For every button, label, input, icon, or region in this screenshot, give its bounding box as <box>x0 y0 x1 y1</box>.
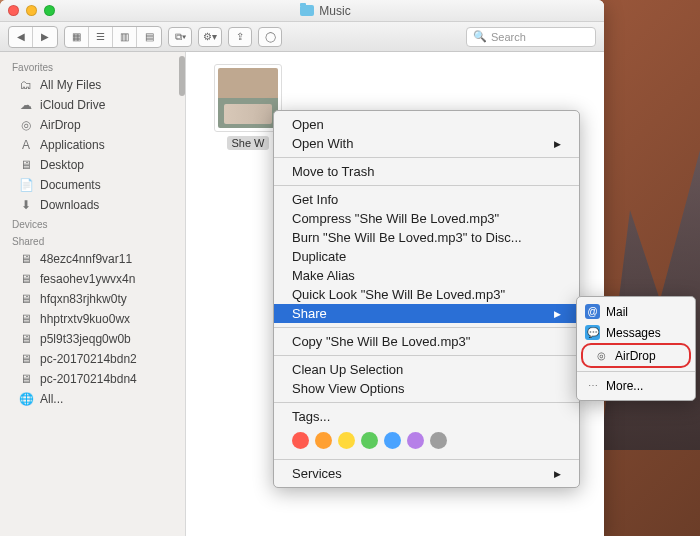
column-view-button[interactable]: ▥ <box>113 27 137 47</box>
menu-separator <box>577 371 695 372</box>
menu-label: Clean Up Selection <box>292 362 403 377</box>
messages-icon: 💬 <box>585 325 600 340</box>
menu-burn[interactable]: Burn "She Will Be Loved.mp3" to Disc... <box>274 228 579 247</box>
computer-icon: 🖥 <box>18 312 34 326</box>
menu-separator <box>274 355 579 356</box>
sidebar-item-icloud[interactable]: ☁iCloud Drive <box>0 95 185 115</box>
tags-button[interactable]: ◯ <box>258 27 282 47</box>
highlight-annotation: ◎AirDrop <box>581 343 691 368</box>
sidebar-item-shared[interactable]: 🖥hhptrxtv9kuo0wx <box>0 309 185 329</box>
menu-separator <box>274 185 579 186</box>
menu-make-alias[interactable]: Make Alias <box>274 266 579 285</box>
menu-label: Duplicate <box>292 249 346 264</box>
share-messages[interactable]: 💬Messages <box>577 322 695 343</box>
menu-duplicate[interactable]: Duplicate <box>274 247 579 266</box>
menu-open[interactable]: Open <box>274 115 579 134</box>
menu-show-view-options[interactable]: Show View Options <box>274 379 579 398</box>
menu-open-with[interactable]: Open With▶ <box>274 134 579 153</box>
sidebar-item-label: pc-20170214bdn4 <box>40 372 137 386</box>
sidebar-item-label: pc-20170214bdn2 <box>40 352 137 366</box>
icon-view-button[interactable]: ▦ <box>65 27 89 47</box>
menu-label: Mail <box>606 305 628 319</box>
tag-color-dot[interactable] <box>292 432 309 449</box>
forward-button[interactable]: ▶ <box>33 27 57 47</box>
sidebar-item-applications[interactable]: AApplications <box>0 135 185 155</box>
menu-get-info[interactable]: Get Info <box>274 190 579 209</box>
menu-separator <box>274 157 579 158</box>
tag-color-dot[interactable] <box>315 432 332 449</box>
documents-icon: 📄 <box>18 178 34 192</box>
computer-icon: 🖥 <box>18 252 34 266</box>
minimize-button[interactable] <box>26 5 37 16</box>
sidebar-item-shared[interactable]: 🖥hfqxn83rjhkw0ty <box>0 289 185 309</box>
tag-color-dot[interactable] <box>338 432 355 449</box>
titlebar: Music <box>0 0 604 22</box>
tag-color-dot[interactable] <box>384 432 401 449</box>
sidebar-item-all-my-files[interactable]: 🗂All My Files <box>0 75 185 95</box>
tag-color-dot[interactable] <box>361 432 378 449</box>
menu-clean-up[interactable]: Clean Up Selection <box>274 360 579 379</box>
menu-label: More... <box>606 379 643 393</box>
airdrop-icon: ◎ <box>18 118 34 132</box>
menu-move-to-trash[interactable]: Move to Trash <box>274 162 579 181</box>
sidebar: Favorites 🗂All My Files ☁iCloud Drive ◎A… <box>0 52 186 536</box>
search-input[interactable]: 🔍 Search <box>466 27 596 47</box>
arrange-button[interactable]: ⧉▾ <box>168 27 192 47</box>
menu-label: Make Alias <box>292 268 355 283</box>
menu-label: Messages <box>606 326 661 340</box>
window-title: Music <box>319 4 350 18</box>
share-mail[interactable]: @Mail <box>577 301 695 322</box>
back-button[interactable]: ◀ <box>9 27 33 47</box>
share-button[interactable]: ⇪ <box>228 27 252 47</box>
share-airdrop[interactable]: ◎AirDrop <box>586 345 686 366</box>
search-icon: 🔍 <box>473 30 487 43</box>
coverflow-view-button[interactable]: ▤ <box>137 27 161 47</box>
computer-icon: 🖥 <box>18 352 34 366</box>
sidebar-item-label: p5l9t33jeqg0w0b <box>40 332 131 346</box>
menu-quick-look[interactable]: Quick Look "She Will Be Loved.mp3" <box>274 285 579 304</box>
menu-label: Get Info <box>292 192 338 207</box>
menu-label: Burn "She Will Be Loved.mp3" to Disc... <box>292 230 522 245</box>
scrollbar-thumb[interactable] <box>179 56 185 96</box>
sidebar-item-all[interactable]: 🌐All... <box>0 389 185 409</box>
favorites-header: Favorites <box>0 58 185 75</box>
context-menu: Open Open With▶ Move to Trash Get Info C… <box>273 110 580 488</box>
file-label: She W <box>227 136 268 150</box>
menu-share[interactable]: Share▶ <box>274 304 579 323</box>
view-buttons: ▦ ☰ ▥ ▤ <box>64 26 162 48</box>
list-view-button[interactable]: ☰ <box>89 27 113 47</box>
menu-compress[interactable]: Compress "She Will Be Loved.mp3" <box>274 209 579 228</box>
menu-copy[interactable]: Copy "She Will Be Loved.mp3" <box>274 332 579 351</box>
sidebar-item-label: hfqxn83rjhkw0ty <box>40 292 127 306</box>
menu-separator <box>274 402 579 403</box>
action-button[interactable]: ⚙▾ <box>198 27 222 47</box>
tag-color-dot[interactable] <box>407 432 424 449</box>
sidebar-item-label: Applications <box>40 138 105 152</box>
tag-color-dot[interactable] <box>430 432 447 449</box>
menu-label: Share <box>292 306 327 321</box>
applications-icon: A <box>18 138 34 152</box>
menu-services[interactable]: Services▶ <box>274 464 579 483</box>
sidebar-item-downloads[interactable]: ⬇Downloads <box>0 195 185 215</box>
sidebar-item-shared[interactable]: 🖥p5l9t33jeqg0w0b <box>0 329 185 349</box>
close-button[interactable] <box>8 5 19 16</box>
tag-colors <box>274 426 579 455</box>
nav-buttons: ◀ ▶ <box>8 26 58 48</box>
sidebar-item-airdrop[interactable]: ◎AirDrop <box>0 115 185 135</box>
search-placeholder: Search <box>491 31 526 43</box>
sidebar-item-label: All... <box>40 392 63 406</box>
sidebar-item-documents[interactable]: 📄Documents <box>0 175 185 195</box>
file-thumbnail <box>214 64 282 132</box>
menu-label: Copy "She Will Be Loved.mp3" <box>292 334 470 349</box>
sidebar-item-shared[interactable]: 🖥48ezc4nnf9var11 <box>0 249 185 269</box>
menu-tags[interactable]: Tags... <box>274 407 579 426</box>
sidebar-item-desktop[interactable]: 🖥Desktop <box>0 155 185 175</box>
cloud-icon: ☁ <box>18 98 34 112</box>
sidebar-item-shared[interactable]: 🖥pc-20170214bdn4 <box>0 369 185 389</box>
sidebar-item-shared[interactable]: 🖥pc-20170214bdn2 <box>0 349 185 369</box>
share-more[interactable]: ⋯More... <box>577 375 695 396</box>
submenu-arrow-icon: ▶ <box>554 309 561 319</box>
sidebar-item-shared[interactable]: 🖥fesaohev1ywvx4n <box>0 269 185 289</box>
zoom-button[interactable] <box>44 5 55 16</box>
sidebar-item-label: Documents <box>40 178 101 192</box>
